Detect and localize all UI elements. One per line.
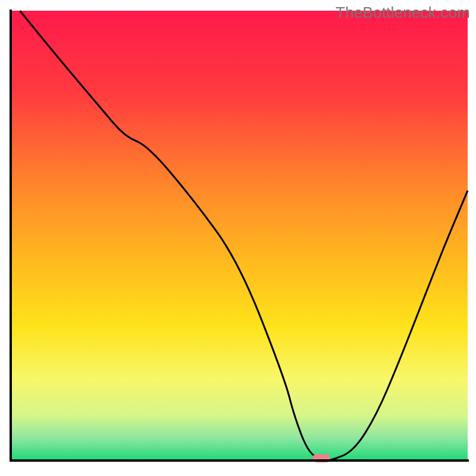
- bottleneck-chart: TheBottleneck.com: [0, 0, 476, 476]
- chart-svg: [0, 0, 476, 476]
- plot-background: [11, 11, 468, 461]
- watermark-text: TheBottleneck.com: [336, 4, 470, 22]
